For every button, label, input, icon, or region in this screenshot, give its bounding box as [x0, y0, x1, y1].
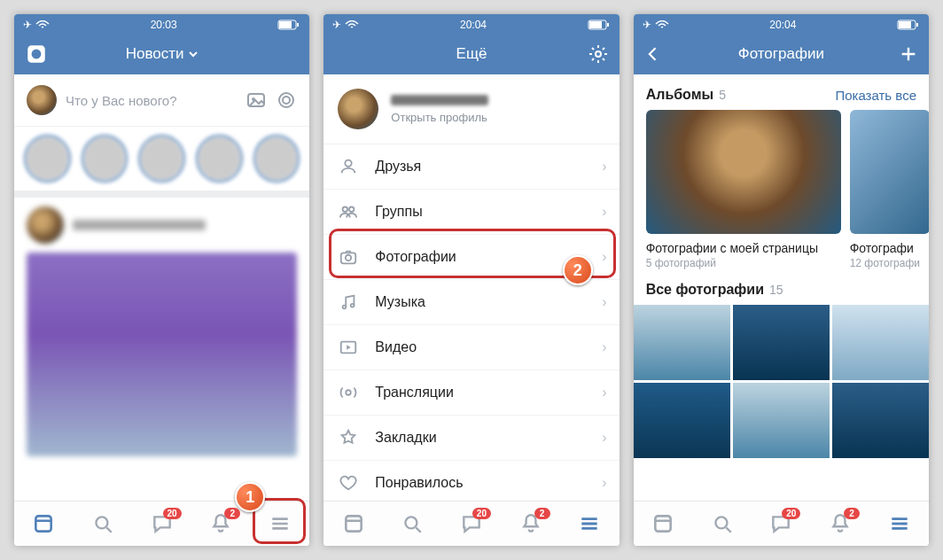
airplane-icon: ✈︎	[332, 19, 341, 31]
photo-icon[interactable]	[245, 89, 267, 111]
badge: 2	[844, 508, 860, 519]
story[interactable]	[141, 137, 183, 180]
albums-row[interactable]: Фотографии с моей страницы 5 фотографий …	[634, 110, 929, 269]
svg-rect-1	[279, 21, 292, 28]
menu-friends[interactable]: Друзья ›	[323, 144, 619, 190]
photo[interactable]	[832, 305, 929, 380]
menu-music[interactable]: Музыка ›	[323, 280, 619, 325]
header-title[interactable]: Новости	[126, 45, 199, 63]
avatar[interactable]	[27, 85, 57, 115]
tab-bar: 20 2	[14, 501, 309, 546]
tab-more[interactable]	[262, 506, 298, 541]
bookmark-icon	[338, 428, 359, 447]
battery-icon	[897, 19, 920, 30]
svg-rect-2	[297, 23, 299, 27]
menu-label: Понравилось	[375, 475, 463, 491]
show-all-link[interactable]: Показать все	[835, 88, 916, 103]
status-time: 20:03	[151, 19, 177, 31]
menu-groups[interactable]: Группы ›	[323, 190, 619, 235]
tab-news[interactable]	[645, 506, 681, 541]
tab-more[interactable]	[572, 506, 607, 541]
menu-live[interactable]: Трансляции ›	[323, 370, 619, 416]
chevron-right-icon: ›	[602, 204, 606, 220]
album[interactable]: Фотографии с моей страницы 5 фотографий	[646, 110, 841, 269]
add-button[interactable]	[899, 44, 918, 64]
post-author	[73, 220, 206, 230]
chevron-right-icon: ›	[602, 294, 606, 310]
wifi-icon	[345, 20, 359, 29]
story[interactable]	[199, 137, 240, 180]
tab-news[interactable]	[26, 506, 61, 541]
header: Новости	[14, 34, 309, 74]
story[interactable]	[27, 137, 68, 180]
photo[interactable]	[634, 305, 730, 380]
album-thumb	[646, 110, 841, 234]
chevron-right-icon: ›	[602, 159, 606, 175]
chevron-left-icon	[644, 45, 662, 63]
photo[interactable]	[733, 383, 830, 458]
profile-row[interactable]: Открыть профиль	[323, 74, 619, 144]
svg-rect-9	[36, 516, 51, 531]
status-bar: ✈︎ 20:04	[634, 14, 929, 34]
svg-line-44	[726, 527, 730, 532]
tab-search[interactable]	[394, 506, 430, 541]
stories-row[interactable]	[14, 127, 309, 198]
svg-rect-37	[899, 21, 911, 28]
airplane-icon: ✈︎	[643, 19, 651, 31]
feed-post[interactable]	[14, 198, 309, 456]
settings-button[interactable]	[588, 43, 609, 65]
badge: 20	[472, 508, 491, 519]
plus-icon	[899, 44, 918, 64]
tab-messages[interactable]: 20	[763, 506, 799, 541]
post-image[interactable]	[27, 253, 297, 456]
album-thumb	[850, 110, 929, 234]
composer[interactable]: Что у Вас нового?	[14, 74, 309, 127]
tab-messages[interactable]: 20	[144, 506, 180, 541]
svg-point-28	[347, 390, 352, 395]
photo[interactable]	[733, 305, 830, 380]
albums-count: 5	[719, 88, 726, 102]
svg-point-25	[343, 306, 347, 309]
svg-rect-18	[607, 23, 609, 27]
gear-icon	[588, 43, 609, 65]
post-avatar[interactable]	[27, 206, 64, 244]
back-button[interactable]	[644, 45, 662, 63]
tab-news[interactable]	[336, 506, 371, 541]
svg-point-7	[283, 97, 290, 104]
live-icon[interactable]	[276, 89, 297, 111]
svg-point-20	[346, 160, 352, 167]
menu-liked[interactable]: Понравилось ›	[323, 461, 619, 501]
header: Ещё	[323, 34, 619, 74]
header: Фотографии	[634, 34, 929, 74]
tab-search[interactable]	[705, 506, 740, 541]
tab-notifications[interactable]: 2	[203, 506, 238, 541]
svg-point-43	[715, 517, 727, 528]
story[interactable]	[84, 137, 126, 180]
menu-bookmarks[interactable]: Закладки ›	[323, 416, 619, 461]
menu-label: Видео	[375, 339, 417, 355]
all-photos-header: Все фотографии15	[634, 269, 929, 305]
photo[interactable]	[832, 383, 929, 458]
screen-photos: ✈︎ 20:04 Фотографии Альбомы5 Показать вс…	[634, 14, 929, 546]
airplane-icon: ✈︎	[23, 19, 32, 31]
profile-name	[391, 95, 488, 105]
menu-label: Трансляции	[375, 385, 454, 401]
album-title: Фотографи	[850, 241, 929, 255]
tab-notifications[interactable]: 2	[513, 506, 549, 541]
story[interactable]	[256, 137, 298, 180]
tab-messages[interactable]: 20	[454, 506, 489, 541]
photo[interactable]	[634, 383, 730, 458]
tab-search[interactable]	[85, 506, 121, 541]
chevron-right-icon: ›	[602, 385, 606, 401]
status-time: 20:04	[769, 19, 796, 31]
menu-label: Музыка	[375, 294, 425, 310]
status-bar: ✈︎ 20:03	[14, 14, 309, 34]
composer-placeholder: Что у Вас нового?	[66, 93, 237, 108]
album[interactable]: Фотографи 12 фотографи	[850, 110, 929, 269]
tab-notifications[interactable]: 2	[822, 506, 858, 541]
tab-more[interactable]	[882, 506, 917, 541]
menu-video[interactable]: Видео ›	[323, 325, 619, 370]
badge: 2	[534, 508, 550, 519]
badge: 2	[224, 508, 240, 519]
camera-button[interactable]	[25, 43, 48, 66]
